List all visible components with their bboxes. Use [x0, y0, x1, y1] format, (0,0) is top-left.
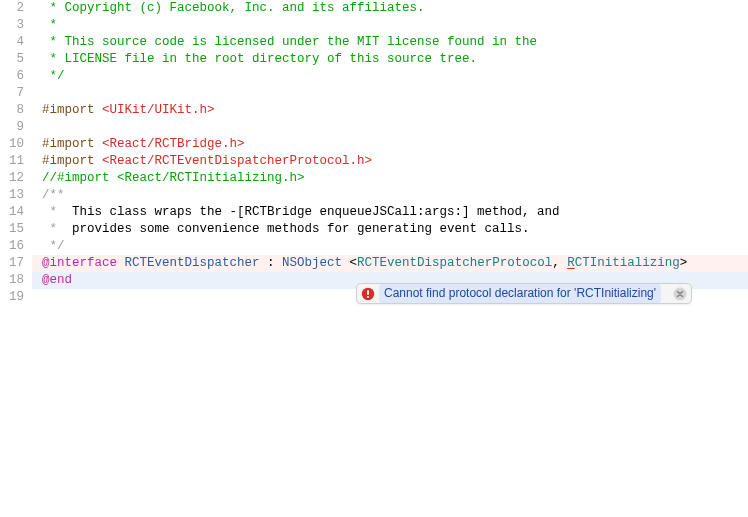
line-number: 10: [0, 136, 24, 153]
error-message: Cannot find protocol declaration for 'RC…: [379, 284, 661, 303]
line-number: 4: [0, 34, 24, 51]
code-line[interactable]: * This source code is licensed under the…: [32, 34, 748, 51]
code-line[interactable]: [32, 85, 748, 102]
code-line[interactable]: */: [32, 238, 748, 255]
line-number: 2: [0, 0, 24, 17]
line-number: 16: [0, 238, 24, 255]
line-number: 18: [0, 272, 24, 289]
code-line[interactable]: @interface RCTEventDispatcher : NSObject…: [32, 255, 748, 272]
code-line[interactable]: */: [32, 68, 748, 85]
line-number: 5: [0, 51, 24, 68]
line-number: 13: [0, 187, 24, 204]
close-icon[interactable]: [673, 287, 687, 301]
line-number: 19: [0, 289, 24, 306]
code-line[interactable]: #import <UIKit/UIKit.h>: [32, 102, 748, 119]
line-number: 7: [0, 85, 24, 102]
code-line[interactable]: * Copyright (c) Facebook, Inc. and its a…: [32, 0, 748, 17]
code-editor[interactable]: 2345678910111213141516171819 * Copyright…: [0, 0, 748, 517]
code-line[interactable]: #import <React/RCTEventDispatcherProtoco…: [32, 153, 748, 170]
code-line[interactable]: *: [32, 17, 748, 34]
error-popup[interactable]: Cannot find protocol declaration for 'RC…: [356, 283, 692, 304]
line-number: 11: [0, 153, 24, 170]
code-line[interactable]: //#import <React/RCTInitializing.h>: [32, 170, 748, 187]
line-number: 14: [0, 204, 24, 221]
line-number: 15: [0, 221, 24, 238]
line-number-gutter: 2345678910111213141516171819: [0, 0, 32, 517]
line-number: 6: [0, 68, 24, 85]
code-area[interactable]: * Copyright (c) Facebook, Inc. and its a…: [32, 0, 748, 517]
line-number: 9: [0, 119, 24, 136]
line-number: 12: [0, 170, 24, 187]
code-line[interactable]: [32, 119, 748, 136]
svg-rect-2: [367, 290, 369, 295]
line-number: 3: [0, 17, 24, 34]
code-line[interactable]: /**: [32, 187, 748, 204]
code-line[interactable]: * This class wraps the -[RCTBridge enque…: [32, 204, 748, 221]
code-line[interactable]: * provides some convenience methods for …: [32, 221, 748, 238]
code-line[interactable]: * LICENSE file in the root directory of …: [32, 51, 748, 68]
error-icon: [361, 287, 375, 301]
line-number: 8: [0, 102, 24, 119]
code-line[interactable]: #import <React/RCTBridge.h>: [32, 136, 748, 153]
svg-point-1: [367, 296, 369, 298]
line-number: 17: [0, 255, 24, 272]
